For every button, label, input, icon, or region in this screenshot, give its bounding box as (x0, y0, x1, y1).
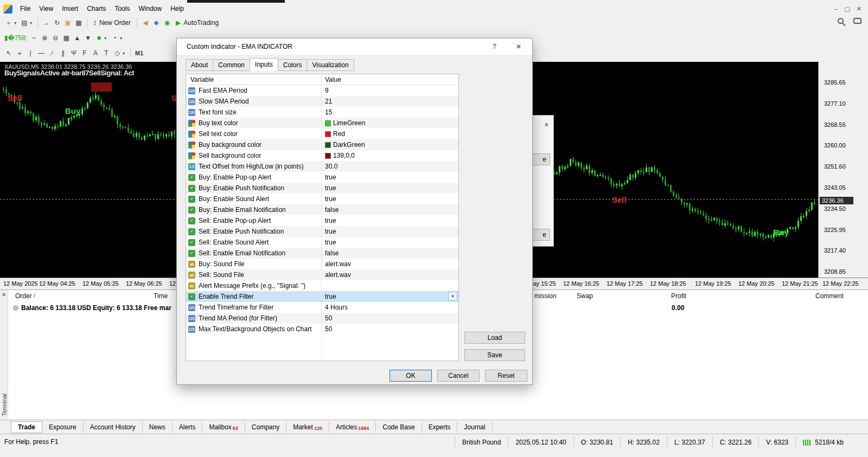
value-column-header[interactable]: Value (325, 76, 341, 83)
param-value[interactable]: true (325, 184, 336, 192)
terminal-tab-trade[interactable]: Trade (11, 421, 42, 433)
chat-icon[interactable] (853, 18, 861, 24)
param-value[interactable]: LimeGreen (325, 119, 365, 127)
channel-icon[interactable]: ∥ (58, 48, 68, 59)
new-chart-icon[interactable]: ＋ (3, 17, 14, 28)
profiles-dropdown-icon[interactable]: ▾ (30, 21, 35, 25)
chart-shift-icon[interactable]: → (41, 17, 52, 28)
terminal-tab-account-history[interactable]: Account History (84, 422, 143, 433)
arrange-up-icon[interactable]: ▲ (72, 33, 82, 43)
param-row-1[interactable]: 123Fast EMA Period9 (186, 85, 458, 96)
param-row-4[interactable]: Buy text colorLimeGreen (186, 118, 458, 128)
dialog-titlebar[interactable]: Custom Indicator - EMA INDICATOR ? ✕ (177, 38, 532, 55)
terminal-tab-articles[interactable]: Articles1984 (329, 422, 376, 433)
param-row-21[interactable]: 123Trend Timeframe for Filter4 Hours (186, 302, 458, 313)
terminal-tab-code-base[interactable]: Code Base (376, 422, 422, 433)
new-chart-dropdown-icon[interactable]: ▾ (14, 21, 19, 25)
terminal-column-2[interactable]: mission (534, 292, 557, 300)
menu-item-window[interactable]: Window (135, 3, 167, 14)
param-row-18[interactable]: abSell: Sound Filealert.wav (186, 269, 458, 280)
cancel-button[interactable]: Cancel (437, 370, 480, 382)
shapes-dropdown-icon[interactable]: ▾ (123, 51, 127, 56)
terminal-column-1[interactable]: Time (154, 292, 168, 300)
param-row-13[interactable]: ✓Sell: Enable Pop-up Alerttrue (186, 215, 458, 226)
menu-item-help[interactable]: Help (166, 3, 188, 14)
param-row-3[interactable]: 123Text font size15 (186, 107, 458, 118)
trendline-icon[interactable]: ∕ (47, 48, 58, 59)
param-row-23[interactable]: 123Max Text/Background Objects on Chart5… (186, 324, 458, 334)
zoom-in-icon[interactable]: ⊕ (39, 33, 50, 43)
terminal-column-0[interactable]: Order (15, 292, 32, 300)
param-row-15[interactable]: ✓Sell: Enable Sound Alerttrue (186, 237, 458, 248)
param-value[interactable]: false (325, 206, 339, 214)
terminal-close-icon[interactable]: ✕ (2, 292, 6, 298)
tile-icon[interactable]: ▦ (61, 33, 72, 43)
folder-icon[interactable]: ▣ (62, 17, 73, 28)
indicators-icon[interactable]: ■ (93, 33, 104, 43)
terminal-column-4[interactable]: Profit (671, 292, 686, 300)
background-dialog-close-icon[interactable]: ✕ (544, 121, 549, 128)
param-row-22[interactable]: 123Trend MA Period (for Filter)50 (186, 313, 458, 324)
param-value[interactable]: false (325, 249, 339, 257)
terminal-tab-news[interactable]: News (143, 422, 173, 433)
param-row-19[interactable]: abAlert Message Prefix (e.g., "Signal: "… (186, 280, 458, 291)
line-chart-icon[interactable]: ~ (28, 33, 39, 43)
label-icon[interactable]: T (101, 48, 112, 59)
param-row-7[interactable]: Sell background color139,0,0 (186, 150, 458, 161)
dropdown-arrow-icon[interactable]: ▾ (448, 292, 457, 301)
close-window-button[interactable]: ✕ (857, 5, 861, 12)
save-button[interactable]: Save (464, 349, 525, 361)
auto-scroll-icon[interactable]: ↻ (52, 17, 62, 28)
menu-item-charts[interactable]: Charts (82, 3, 110, 14)
help-button[interactable]: ? (493, 43, 496, 50)
param-row-5[interactable]: Sell text colorRed (186, 128, 458, 139)
param-value[interactable]: 15 (325, 108, 332, 116)
fibonacci-icon[interactable]: F (79, 48, 90, 59)
menu-item-tools[interactable]: Tools (111, 3, 135, 14)
param-value[interactable]: 50 (325, 325, 332, 333)
menu-item-view[interactable]: View (35, 3, 58, 14)
param-value[interactable]: alert.wav (325, 260, 351, 268)
param-value[interactable]: true (325, 217, 336, 224)
period-m1-button[interactable]: M1 (133, 50, 145, 56)
shapes-icon[interactable]: ◇ (112, 48, 123, 59)
text-icon[interactable]: A (90, 48, 101, 59)
dialog-close-button[interactable]: ✕ (516, 43, 521, 50)
param-row-20[interactable]: ✓Enable Trend Filtertrue▾ (186, 291, 458, 302)
column-divider[interactable] (321, 74, 322, 361)
param-value[interactable]: true (325, 173, 336, 181)
param-value[interactable]: true (325, 195, 336, 203)
param-value[interactable]: DarkGreen (325, 141, 365, 149)
param-value[interactable]: true (325, 293, 336, 300)
terminal-tab-exposure[interactable]: Exposure (42, 422, 84, 433)
param-value[interactable]: 4 Hours (325, 304, 348, 311)
dialog-tab-inputs[interactable]: Inputs (250, 58, 278, 71)
terminal-tab-journal[interactable]: Journal (457, 422, 492, 433)
param-row-17[interactable]: abBuy: Sound Filealert.wav (186, 259, 458, 269)
dialog-tab-about[interactable]: About (186, 59, 213, 71)
param-value[interactable]: true (325, 228, 336, 235)
sort-icon[interactable]: / (34, 292, 35, 299)
terminal-tab-company[interactable]: Company (245, 422, 286, 433)
ok-button[interactable]: OK (390, 370, 432, 382)
autotrading-button[interactable]: ▶ AutoTrading (173, 18, 222, 28)
web-terminal-icon[interactable]: ◉ (162, 17, 173, 28)
restore-button[interactable]: ▢ (844, 5, 850, 12)
param-value[interactable]: Red (325, 130, 345, 138)
search-icon[interactable] (838, 18, 844, 24)
param-row-6[interactable]: Buy background colorDarkGreen (186, 139, 458, 150)
new-order-button[interactable]: ▲▼ New Order (90, 18, 134, 28)
param-row-9[interactable]: ✓Buy: Enable Pop-up Alerttrue (186, 172, 458, 183)
param-row-2[interactable]: 123Slow SMA Period21 (186, 96, 458, 107)
terminal-tab-experts[interactable]: Experts (422, 422, 458, 433)
crosshair-icon[interactable]: ＋ (14, 48, 25, 59)
timeframe-clock-icon[interactable]: ◔ (109, 33, 120, 43)
param-row-8[interactable]: 1.5Text Offset from High/Low (in points)… (186, 161, 458, 172)
dialog-tab-visualization[interactable]: Visualization (307, 59, 354, 71)
status-symbol[interactable]: British Pound (455, 437, 508, 448)
param-value[interactable]: 50 (325, 314, 332, 322)
menu-item-insert[interactable]: Insert (58, 3, 82, 14)
dialog-tab-colors[interactable]: Colors (278, 59, 308, 71)
indicators-dropdown-icon[interactable]: ▾ (104, 36, 109, 41)
load-button[interactable]: Load (464, 332, 525, 344)
